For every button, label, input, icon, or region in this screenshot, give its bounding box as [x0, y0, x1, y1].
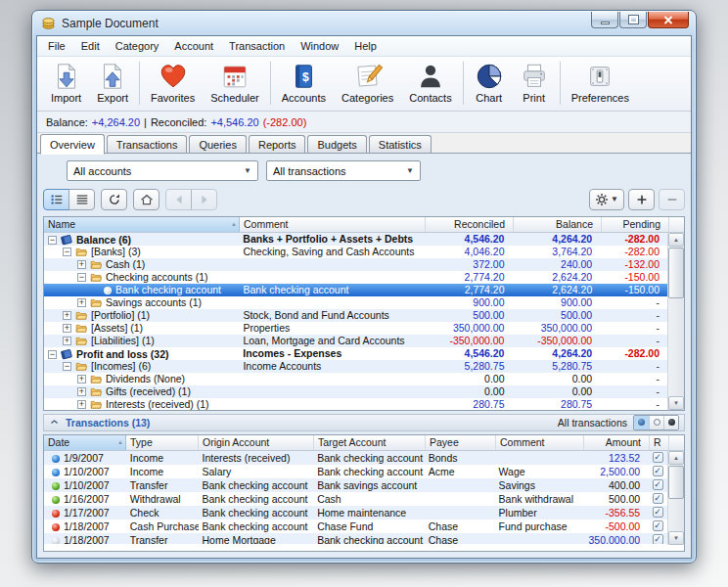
transaction-row[interactable]: 1/10/2007TransferBank checking accountBa… — [44, 478, 667, 492]
transaction-row[interactable]: 1/18/2007TransferHome MortgageBank check… — [44, 533, 667, 544]
tree-row-profit-and-loss-32[interactable]: −Profit and loss (32)Incomes - Expenses4… — [44, 347, 667, 360]
tree-scrollbar[interactable]: ▲ ▼ — [667, 233, 684, 410]
close-button[interactable] — [648, 12, 689, 28]
menu-window[interactable]: Window — [293, 37, 346, 55]
tree-column-reconciled[interactable]: Reconciled — [426, 217, 514, 232]
tx-column-amount[interactable]: Amount — [584, 435, 650, 450]
scroll-thumb[interactable] — [668, 466, 684, 499]
expand-toggle[interactable]: + — [77, 260, 86, 269]
menu-help[interactable]: Help — [346, 37, 385, 55]
toolbar-categories-button[interactable]: Categories — [334, 60, 401, 104]
list-bullets-button[interactable] — [43, 189, 69, 210]
tab-overview[interactable]: Overview — [40, 134, 105, 155]
dot-solid-blue-filter-button[interactable] — [634, 416, 649, 429]
scroll-down-button[interactable]: ▼ — [668, 396, 684, 410]
expand-toggle[interactable]: + — [77, 375, 86, 384]
tx-column-type[interactable]: Type — [126, 435, 199, 450]
forward-button[interactable] — [191, 189, 217, 210]
reconciled-checkbox[interactable]: ✓ — [653, 493, 663, 504]
tree-row-incomes-6[interactable]: −[Incomes] (6)Income Accounts5,280.755,2… — [44, 360, 667, 373]
reconciled-checkbox[interactable]: ✓ — [653, 452, 663, 463]
expand-toggle[interactable]: + — [63, 337, 71, 345]
home-button[interactable] — [133, 189, 159, 210]
menu-transaction[interactable]: Transaction — [221, 37, 293, 55]
transaction-row[interactable]: 1/18/2007Cash PurchaseBank checking acco… — [44, 519, 667, 533]
tab-queries[interactable]: Queries — [189, 135, 247, 154]
accounts-filter-select[interactable]: All accounts▼ — [67, 160, 258, 181]
reconciled-checkbox[interactable]: ✓ — [653, 479, 663, 490]
tab-reports[interactable]: Reports — [249, 135, 306, 154]
transaction-row[interactable]: 1/9/2007IncomeInterests (received)Bank c… — [44, 451, 667, 465]
toolbar-chart-button[interactable]: Chart — [467, 60, 512, 104]
tx-column-r[interactable]: R — [650, 435, 669, 450]
toolbar-export-button[interactable]: Export — [89, 60, 136, 104]
chevrons-up-icon[interactable] — [49, 417, 60, 428]
tab-statistics[interactable]: Statistics — [369, 135, 432, 154]
dot-outline-filter-button[interactable] — [649, 416, 663, 429]
collapse-toggle[interactable]: − — [63, 248, 71, 256]
tree-column-balance[interactable]: Balance — [514, 217, 602, 232]
tree-row-bank-checking-account[interactable]: Bank checking accountBank checking accou… — [44, 284, 667, 296]
transaction-row[interactable]: 1/16/2007WithdrawalBank checking account… — [44, 492, 667, 506]
gear-button[interactable]: ▼ — [589, 189, 624, 210]
tree-row-portfolio-1[interactable]: +[Portfolio] (1)Stock, Bond and Fund Acc… — [44, 309, 667, 322]
tree-column-name[interactable]: Name▲ — [44, 217, 240, 232]
reconciled-checkbox[interactable]: ✓ — [653, 507, 663, 518]
minus-button[interactable] — [659, 189, 685, 210]
transaction-row[interactable]: 1/17/2007CheckBank checking accountHome … — [44, 506, 667, 519]
dot-solid-dark-filter-button[interactable] — [663, 416, 678, 429]
tree-row-banks-3[interactable]: −[Banks] (3)Checking, Saving and Cash Ac… — [44, 246, 667, 258]
tree-row-cash-1[interactable]: +Cash (1)372.00240.00-132.00 — [44, 258, 667, 271]
reconciled-checkbox[interactable]: ✓ — [653, 466, 663, 476]
tree-row-dividends-none[interactable]: +Dividends (None)0.000.00- — [44, 373, 667, 385]
scroll-thumb[interactable] — [668, 248, 684, 298]
tree-row-balance-6[interactable]: −Balance (6)Banks + Portfolio + Assets +… — [44, 233, 667, 246]
tree-row-savings-accounts-1[interactable]: +Savings accounts (1)900.00900.00- — [44, 296, 667, 309]
expand-toggle[interactable]: + — [63, 311, 71, 320]
tab-transactions[interactable]: Transactions — [107, 135, 188, 154]
maximize-button[interactable] — [619, 12, 647, 28]
menu-category[interactable]: Category — [108, 37, 167, 55]
toolbar-import-button[interactable]: Import — [43, 60, 89, 104]
reconciled-checkbox[interactable]: ✓ — [653, 534, 663, 544]
expand-toggle[interactable]: + — [63, 324, 71, 333]
transactions-scrollbar[interactable]: ▲ ▼ — [667, 451, 684, 545]
tree-row-liabilities-1[interactable]: +[Liabilities] (1)Loan, Mortgage and Car… — [44, 335, 667, 347]
toolbar-print-button[interactable]: Print — [512, 60, 557, 104]
transactions-filter-select[interactable]: All transactions▼ — [266, 160, 421, 181]
toolbar-accounts-button[interactable]: $Accounts — [274, 60, 334, 104]
tree-row-gifts-received-1[interactable]: +Gifts (received) (1)0.000.00- — [44, 385, 667, 398]
toolbar-favorites-button[interactable]: Favorites — [143, 60, 203, 104]
collapse-toggle[interactable]: − — [63, 362, 71, 371]
scroll-down-button[interactable]: ▼ — [668, 531, 684, 545]
scroll-up-button[interactable]: ▲ — [668, 451, 684, 465]
menu-file[interactable]: File — [40, 37, 73, 55]
transactions-section-header[interactable]: Transactions (13) All transactions — [43, 414, 685, 431]
collapse-toggle[interactable]: − — [48, 350, 57, 359]
transaction-row[interactable]: 1/10/2007IncomeSalaryBank checking accou… — [44, 465, 667, 478]
tx-column-date[interactable]: Date▲ — [44, 435, 126, 450]
toolbar-contacts-button[interactable]: Contacts — [401, 60, 459, 104]
scroll-up-button[interactable]: ▲ — [668, 233, 684, 247]
reconciled-checkbox[interactable]: ✓ — [653, 520, 663, 531]
refresh-button[interactable] — [101, 189, 127, 210]
tx-column-payee[interactable]: Payee — [426, 435, 496, 450]
toolbar-preferences-button[interactable]: Preferences — [564, 60, 637, 104]
menu-account[interactable]: Account — [166, 37, 221, 55]
expand-toggle[interactable]: + — [77, 400, 86, 409]
tree-row-checking-accounts-1[interactable]: −Checking accounts (1)2,774.202,624.20-1… — [44, 271, 667, 284]
tree-row-interests-received-1[interactable]: +Interests (received) (1)280.75280.75- — [44, 398, 667, 410]
back-button[interactable] — [165, 189, 192, 210]
tx-column-origin-account[interactable]: Origin Account — [199, 435, 314, 450]
list-lines-button[interactable] — [68, 189, 95, 210]
plus-button[interactable] — [628, 189, 655, 210]
collapse-toggle[interactable]: − — [77, 273, 86, 282]
tree-row-assets-1[interactable]: +[Assets] (1)Properties350,000.00350,000… — [44, 322, 667, 335]
toolbar-scheduler-button[interactable]: Scheduler — [203, 60, 267, 104]
menu-edit[interactable]: Edit — [73, 37, 108, 55]
collapse-toggle[interactable]: − — [48, 236, 57, 245]
collapse-filters-button[interactable] — [43, 163, 59, 179]
expand-toggle[interactable]: + — [77, 298, 86, 307]
tab-budgets[interactable]: Budgets — [307, 135, 366, 154]
titlebar[interactable]: Sample Document — [32, 11, 696, 35]
